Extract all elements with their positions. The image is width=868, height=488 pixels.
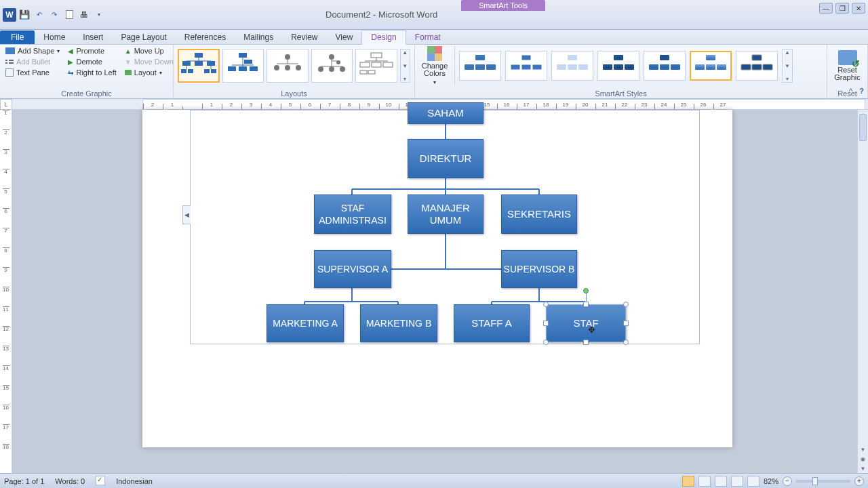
- redo-button[interactable]: ↷: [47, 8, 61, 22]
- svg-rect-47: [521, 64, 531, 70]
- text-pane-button[interactable]: Text Pane: [4, 68, 61, 77]
- resize-handle-n[interactable]: [583, 302, 589, 307]
- smartart-text-pane-toggle[interactable]: ◀: [182, 205, 191, 224]
- layout-thumb-4[interactable]: [311, 49, 353, 83]
- qat-customize-button[interactable]: ▾: [92, 8, 106, 22]
- view-draft-button[interactable]: [747, 476, 760, 487]
- vertical-ruler[interactable]: 123456789101112131415161718: [0, 110, 12, 473]
- restore-button[interactable]: ❐: [835, 3, 849, 14]
- view-print-layout-button[interactable]: [682, 476, 694, 487]
- view-full-screen-button[interactable]: [698, 476, 711, 487]
- resize-handle-sw[interactable]: [543, 340, 549, 345]
- reset-graphic-button[interactable]: Reset Graphic: [831, 46, 863, 85]
- next-page-icon[interactable]: ▼: [858, 464, 868, 473]
- resize-handle-s[interactable]: [583, 340, 589, 345]
- node-manajer-umum[interactable]: MANAJER UMUM: [408, 195, 484, 234]
- svg-rect-56: [625, 64, 634, 70]
- zoom-level[interactable]: 82%: [764, 477, 778, 485]
- node-staff-b[interactable]: STAF: [546, 304, 626, 342]
- view-outline-button[interactable]: [731, 476, 743, 487]
- document-page[interactable]: ◀: [142, 110, 732, 447]
- prev-page-icon[interactable]: ◉: [858, 454, 868, 464]
- zoom-out-button[interactable]: −: [783, 476, 792, 486]
- move-up-button[interactable]: ▲Move Up: [123, 46, 175, 56]
- resize-handle-e[interactable]: [623, 321, 629, 326]
- save-button[interactable]: 💾: [18, 8, 31, 22]
- layout-thumb-2[interactable]: [222, 49, 264, 83]
- layouts-gallery-scroll[interactable]: ▲▼▾: [400, 49, 410, 83]
- node-supervisor-b[interactable]: SUPERVISOR B: [501, 250, 577, 288]
- tab-home[interactable]: Home: [35, 30, 74, 44]
- resize-handle-se[interactable]: [623, 340, 629, 345]
- style-thumb-6[interactable]: [690, 51, 732, 81]
- style-thumb-2[interactable]: [505, 51, 547, 81]
- close-button[interactable]: ✕: [852, 3, 865, 14]
- tab-review[interactable]: Review: [282, 30, 326, 44]
- node-direktur[interactable]: DIREKTUR: [408, 139, 484, 178]
- layout-thumb-3[interactable]: [267, 49, 309, 83]
- scroll-down-icon[interactable]: ▼: [858, 445, 868, 454]
- horizontal-ruler[interactable]: 2112345678910111213141516171819202122232…: [142, 99, 865, 110]
- view-web-layout-button[interactable]: [715, 476, 727, 487]
- styles-gallery-scroll[interactable]: ▲▼▾: [782, 49, 793, 83]
- undo-button[interactable]: ↶: [33, 8, 46, 22]
- ruler-corner[interactable]: L: [0, 99, 12, 110]
- tab-file[interactable]: File: [0, 30, 35, 44]
- node-marketing-b[interactable]: MARKETING B: [360, 304, 437, 342]
- tab-page-layout[interactable]: Page Layout: [112, 30, 175, 44]
- promote-button[interactable]: ◀Promote: [66, 46, 117, 56]
- tab-insert[interactable]: Insert: [74, 30, 112, 44]
- style-thumb-7[interactable]: [736, 51, 778, 81]
- node-top-clipped[interactable]: SAHAM: [408, 102, 484, 124]
- style-thumb-1[interactable]: [459, 51, 501, 81]
- zoom-slider-thumb[interactable]: [812, 477, 818, 485]
- add-shape-button[interactable]: Add Shape ▾: [4, 46, 61, 56]
- demote-button[interactable]: ▶Demote: [66, 57, 117, 66]
- print-preview-button[interactable]: 🖶: [77, 8, 91, 22]
- layout-button[interactable]: Layout ▾: [123, 68, 175, 77]
- tab-format[interactable]: Format: [406, 30, 450, 44]
- layout-thumb-1[interactable]: [178, 49, 220, 83]
- layout-thumb-5[interactable]: [355, 49, 397, 83]
- zoom-in-button[interactable]: +: [854, 476, 864, 486]
- node-staf-administrasi[interactable]: STAF ADMINISTRASI: [314, 195, 391, 234]
- node-marketing-a[interactable]: MARKETING A: [267, 304, 344, 342]
- minimize-button[interactable]: —: [819, 3, 833, 14]
- document-title: Document2 - Microsoft Word: [326, 9, 437, 20]
- smartart-tools-contextual-tab: SmartArt Tools: [461, 0, 545, 30]
- node-sekretaris[interactable]: SEKRETARIS: [501, 195, 577, 234]
- tab-references[interactable]: References: [176, 30, 235, 44]
- tab-view[interactable]: View: [327, 30, 362, 44]
- scroll-thumb[interactable]: [859, 114, 867, 141]
- style-thumb-3[interactable]: [551, 51, 593, 81]
- change-colors-button[interactable]: Change Colors▾: [419, 46, 450, 86]
- svg-rect-45: [521, 55, 531, 60]
- status-words[interactable]: Words: 0: [55, 477, 85, 485]
- node-supervisor-a[interactable]: SUPERVISOR A: [314, 250, 391, 288]
- node-staff-b-selected-wrapper[interactable]: STAF ✥: [546, 304, 626, 342]
- tab-design[interactable]: Design: [361, 30, 406, 45]
- resize-handle-nw[interactable]: [543, 302, 549, 307]
- resize-handle-w[interactable]: [543, 321, 549, 326]
- smartart-canvas[interactable]: ◀: [190, 110, 700, 344]
- proofing-icon: [96, 476, 105, 485]
- zoom-slider[interactable]: [796, 480, 850, 483]
- node-staff-a[interactable]: STAFF A: [454, 304, 530, 342]
- tab-mailings[interactable]: Mailings: [235, 30, 282, 44]
- status-page[interactable]: Page: 1 of 1: [4, 477, 44, 485]
- style-thumb-4[interactable]: [597, 51, 639, 81]
- word-app-icon[interactable]: W: [3, 8, 16, 22]
- right-to-left-button[interactable]: ⇆Right to Left: [66, 68, 117, 77]
- rotation-handle[interactable]: [583, 288, 589, 293]
- svg-rect-55: [614, 64, 623, 70]
- style-thumb-5[interactable]: [644, 51, 686, 81]
- status-language[interactable]: Indonesian: [116, 477, 153, 485]
- svg-rect-39: [360, 70, 367, 74]
- resize-handle-ne[interactable]: [623, 302, 629, 307]
- help-button[interactable]: ?: [859, 87, 864, 96]
- vertical-scrollbar[interactable]: ▲ ▼ ◉ ▼: [857, 110, 868, 473]
- new-doc-button[interactable]: [62, 8, 76, 22]
- status-proofing[interactable]: [96, 476, 105, 487]
- collapse-ribbon-button[interactable]: ^: [849, 87, 853, 96]
- svg-rect-33: [371, 53, 382, 58]
